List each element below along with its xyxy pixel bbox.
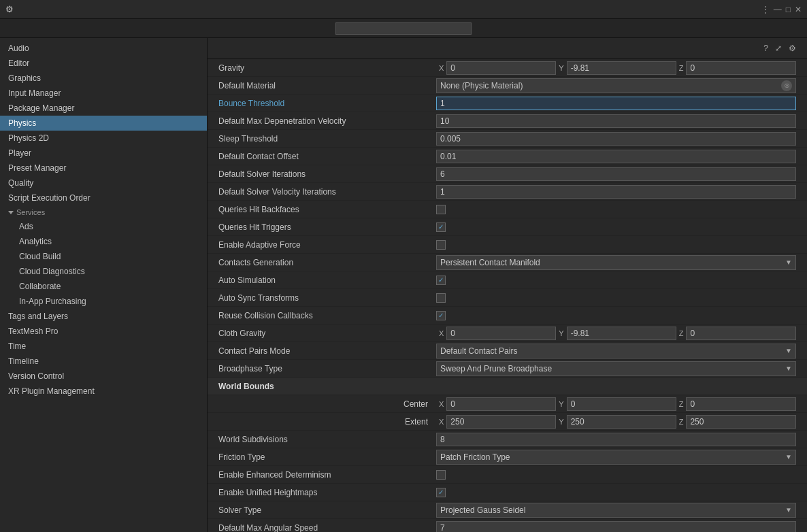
sidebar-item-preset-manager[interactable]: Preset Manager	[0, 161, 207, 176]
text-input[interactable]	[436, 433, 796, 446]
z-input[interactable]	[686, 61, 796, 75]
help-icon[interactable]: ?	[763, 44, 768, 53]
prop-value	[436, 433, 796, 446]
text-input[interactable]	[436, 185, 796, 199]
chevron-down-icon: ▼	[785, 365, 792, 372]
search-input[interactable]	[335, 22, 472, 35]
checkbox[interactable]	[436, 488, 446, 497]
chevron-down-icon: ▼	[785, 259, 792, 266]
checkbox-wrap[interactable]	[436, 293, 446, 303]
sidebar-item-in-app-purchasing[interactable]: In-App Purchasing	[0, 294, 207, 309]
checkbox-wrap[interactable]	[436, 488, 446, 497]
sidebar-item-audio[interactable]: Audio	[0, 41, 207, 56]
sidebar-item-version-control[interactable]: Version Control	[0, 369, 207, 384]
x-input[interactable]	[446, 397, 556, 411]
target-icon[interactable]: ◎	[781, 80, 792, 91]
text-input[interactable]	[436, 97, 796, 110]
checkbox-wrap[interactable]	[436, 222, 446, 232]
sidebar-item-textmesh-pro[interactable]: TextMesh Pro	[0, 324, 207, 339]
sidebar-item-quality[interactable]: Quality	[0, 176, 207, 190]
checkbox-wrap[interactable]	[436, 311, 446, 320]
x-label: X	[436, 64, 446, 72]
property-row: Enable Adaptive Force	[208, 236, 807, 254]
prop-value: Sweep And Prune Broadphase ▼	[436, 361, 796, 376]
prop-value	[436, 240, 796, 250]
sidebar-item-script-execution-order[interactable]: Script Execution Order	[0, 190, 207, 205]
menu-icon[interactable]: ⋮	[761, 5, 770, 14]
z-input[interactable]	[686, 327, 796, 340]
checkbox[interactable]	[436, 311, 446, 320]
sidebar-item-physics[interactable]: Physics	[0, 116, 207, 131]
checkbox[interactable]	[436, 293, 446, 303]
sidebar-item-cloud-build[interactable]: Cloud Build	[0, 249, 207, 264]
property-row: Reuse Collision Callbacks	[208, 307, 807, 325]
sidebar-group-services[interactable]: Services	[0, 205, 207, 219]
y-input[interactable]	[567, 61, 676, 75]
sidebar-item-graphics[interactable]: Graphics	[0, 71, 207, 86]
checkbox[interactable]	[436, 276, 446, 285]
y-input[interactable]	[567, 327, 676, 340]
property-row: Default Solver Velocity Iterations	[208, 183, 807, 201]
sidebar-item-cloud-diagnostics[interactable]: Cloud Diagnostics	[0, 264, 207, 279]
minimize-icon[interactable]: —	[774, 5, 782, 14]
text-input[interactable]	[436, 167, 796, 181]
text-input[interactable]	[436, 132, 796, 146]
property-row: Contact Pairs Mode Default Contact Pairs…	[208, 342, 807, 360]
text-input[interactable]	[436, 521, 796, 533]
checkbox-wrap[interactable]	[436, 470, 446, 480]
x-input[interactable]	[446, 61, 556, 75]
sidebar-item-input-manager[interactable]: Input Manager	[0, 86, 207, 101]
y-label: Y	[556, 400, 566, 408]
prop-label: Default Solver Iterations	[218, 167, 436, 181]
dropdown-control[interactable]: Default Contact Pairs ▼	[436, 344, 796, 359]
z-input[interactable]	[686, 397, 796, 411]
checkbox[interactable]	[436, 205, 446, 214]
sidebar-item-physics-2d[interactable]: Physics 2D	[0, 131, 207, 146]
prop-value	[436, 276, 796, 285]
sidebar-item-tags-and-layers[interactable]: Tags and Layers	[0, 309, 207, 324]
checkbox-wrap[interactable]	[436, 240, 446, 250]
y-input[interactable]	[567, 415, 676, 429]
z-input[interactable]	[686, 415, 796, 429]
x-label: X	[436, 400, 446, 408]
sidebar-item-player[interactable]: Player	[0, 146, 207, 161]
close-icon[interactable]: ✕	[795, 5, 802, 14]
sidebar-item-timeline[interactable]: Timeline	[0, 354, 207, 369]
checkbox[interactable]	[436, 222, 446, 232]
prop-value	[436, 114, 796, 128]
sidebar-item-time[interactable]: Time	[0, 339, 207, 354]
dropdown-control[interactable]: Patch Friction Type ▼	[436, 450, 796, 465]
layout-icon[interactable]: ⤢	[775, 44, 782, 53]
prop-value: X Y Z	[436, 397, 796, 411]
prop-label: Queries Hit Backfaces	[218, 203, 436, 216]
sidebar-item-xr-plugin-management[interactable]: XR Plugin Management	[0, 384, 207, 399]
sidebar-item-ads[interactable]: Ads	[0, 219, 207, 234]
prop-label: Default Contact Offset	[218, 150, 436, 163]
checkbox[interactable]	[436, 240, 446, 250]
x-input[interactable]	[446, 415, 556, 429]
sidebar-item-editor[interactable]: Editor	[0, 56, 207, 71]
dropdown-control[interactable]: Sweep And Prune Broadphase ▼	[436, 361, 796, 376]
settings-icon[interactable]: ⚙	[789, 44, 796, 53]
x-input[interactable]	[446, 327, 556, 340]
checkbox-wrap[interactable]	[436, 276, 446, 285]
sidebar-item-collaborate[interactable]: Collaborate	[0, 279, 207, 294]
text-input[interactable]	[436, 114, 796, 128]
checkbox-wrap[interactable]	[436, 205, 446, 214]
sidebar-item-analytics[interactable]: Analytics	[0, 234, 207, 249]
sidebar-item-package-manager[interactable]: Package Manager	[0, 101, 207, 116]
property-row: Solver Type Projected Gauss Seidel ▼	[208, 501, 807, 519]
search-bar: 🔍	[0, 19, 807, 38]
dropdown-control[interactable]: Persistent Contact Manifold ▼	[436, 255, 796, 270]
y-label: Y	[556, 64, 566, 72]
restore-icon[interactable]: □	[786, 5, 791, 14]
prop-value	[436, 521, 796, 533]
text-input[interactable]	[436, 150, 796, 163]
dropdown-control[interactable]: Projected Gauss Seidel ▼	[436, 503, 796, 518]
chevron-down-icon: ▼	[785, 453, 792, 461]
checkbox[interactable]	[436, 470, 446, 480]
y-input[interactable]	[567, 397, 676, 411]
material-dropdown[interactable]: None (Physic Material) ◎	[436, 78, 796, 93]
prop-label: Bounce Threshold	[218, 97, 436, 110]
prop-value[interactable]: None (Physic Material) ◎	[436, 78, 796, 93]
